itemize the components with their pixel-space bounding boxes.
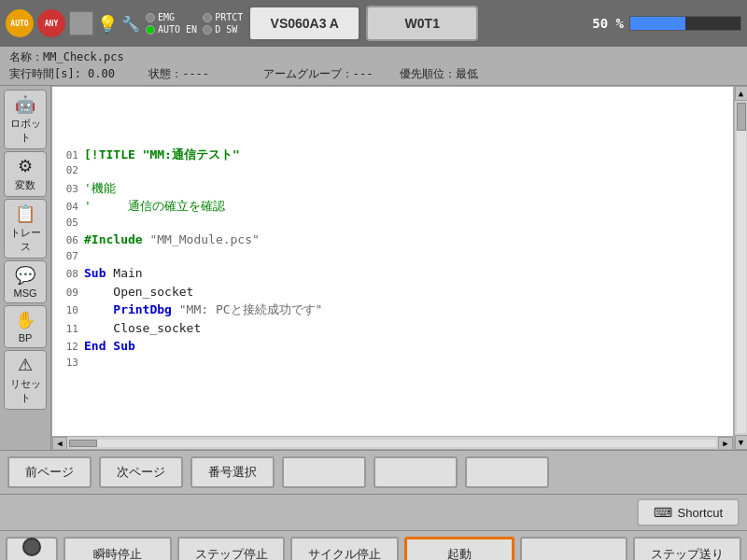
mode-icons: AUTO ANY 💡 🔧 (6, 9, 140, 37)
instant-stop-button[interactable]: 瞬時停止 (63, 537, 172, 560)
line-number: 02 (56, 163, 78, 179)
sidebar-item-msg[interactable]: 💬 MSG (4, 260, 47, 303)
line-text: Close_socket (84, 319, 201, 338)
line-text: PrintDbg "MM: PCと接続成功です" (84, 301, 322, 319)
toolbar1-btn5[interactable] (374, 456, 458, 488)
shortcut-bar: ⌨ Shortcut (0, 494, 747, 530)
exec-time: 実行時間[s]: 0.00 (9, 67, 115, 80)
stop-icon[interactable] (69, 11, 93, 35)
vertical-scrollbar[interactable]: ▲ ▼ (734, 86, 747, 450)
code-line: 11 Close_socket (56, 319, 729, 338)
line-number: 08 (56, 267, 78, 283)
sidebar-label-variables: 変数 (15, 178, 35, 192)
scroll-track[interactable] (69, 440, 716, 447)
tab-vs060a3[interactable]: VS060A3 A (248, 6, 360, 41)
info-row1: 名称：MM_Check.pcs (9, 49, 738, 65)
status: 状態：---- (148, 67, 209, 80)
sidebar-item-robot[interactable]: 🤖 ロボット (4, 90, 47, 149)
cycle-stop-button[interactable]: サイクル停止 (290, 537, 399, 560)
vscroll-thumb[interactable] (737, 103, 746, 131)
shortcut-button[interactable]: ⌨ Shortcut (637, 498, 740, 526)
progress-section: 50 % (592, 16, 741, 31)
shift-button[interactable]: SHIFT (6, 537, 58, 560)
code-line: 09 Open_socket (56, 283, 729, 301)
trace-icon: 📋 (15, 203, 35, 224)
robot-icon: 🤖 (15, 94, 35, 115)
next-page-button[interactable]: 次ページ (99, 456, 183, 488)
auto-icon[interactable]: AUTO (6, 9, 34, 37)
priority: 優先順位：最低 (400, 67, 478, 80)
sidebar-label-msg: MSG (13, 287, 36, 299)
sidebar-item-bp[interactable]: ✋ BP (4, 305, 47, 348)
vscroll-track[interactable] (737, 103, 746, 433)
signal-group2: PRTCT D SW (203, 12, 243, 35)
progress-label: 50 % (592, 16, 624, 31)
step-stop-button[interactable]: ステップ停止 (177, 537, 286, 560)
msg-icon: 💬 (15, 265, 35, 286)
code-line: 08Sub Main (56, 264, 729, 283)
file-name: 名称：MM_Check.pcs (9, 50, 124, 63)
line-text: [!TITLE "MM:通信テスト" (84, 146, 240, 164)
code-line: 05 (56, 216, 729, 231)
prev-page-button[interactable]: 前ページ (7, 456, 92, 488)
tab-wot1[interactable]: W0T1 (366, 6, 478, 41)
code-line: 07 (56, 249, 729, 265)
code-line: 03'機能 (56, 179, 729, 198)
code-line: 02 (56, 163, 729, 179)
prtct-dot (203, 13, 212, 22)
code-line: 12End Sub (56, 337, 729, 356)
line-text: #Include "MM_Module.pcs" (84, 231, 260, 249)
scroll-thumb[interactable] (69, 440, 97, 447)
shortcut-icon: ⌨ (654, 505, 672, 520)
code-editor[interactable]: 01[!TITLE "MM:通信テスト"0203'機能04' 通信の確立を確認0… (51, 86, 734, 450)
line-text: Sub Main (84, 264, 143, 283)
toolbar2-btn5[interactable] (520, 537, 628, 560)
sidebar-label-reset: リセット (7, 377, 44, 405)
dsw-indicator: D SW (203, 24, 243, 35)
line-number: 01 (56, 148, 78, 164)
emg-dot (146, 13, 155, 22)
line-text: Open_socket (84, 283, 193, 301)
bp-icon: ✋ (15, 310, 35, 330)
sidebar-label-bp: BP (19, 332, 33, 343)
scroll-right-arrow[interactable]: ▶ (718, 437, 733, 450)
step-send-button[interactable]: ステップ送り (633, 537, 741, 560)
top-bar: AUTO ANY 💡 🔧 EMG AUTO EN PRTCT D SW VS06… (0, 0, 747, 47)
toolbar1-btn4[interactable] (282, 456, 366, 488)
code-line: 13 (56, 356, 729, 371)
scroll-down-arrow[interactable]: ▼ (735, 435, 748, 450)
bottom-toolbar1: 前ページ 次ページ 番号選択 (0, 450, 747, 494)
shortcut-label: Shortcut (678, 506, 723, 520)
scroll-up-arrow[interactable]: ▲ (735, 86, 748, 101)
sidebar-item-trace[interactable]: 📋 トレース (4, 199, 47, 259)
code-content: 01[!TITLE "MM:通信テスト"0203'機能04' 通信の確立を確認0… (52, 91, 733, 371)
line-number: 10 (56, 303, 78, 319)
sidebar-label-robot: ロボット (7, 117, 44, 145)
horizontal-scrollbar[interactable]: ◀ ▶ (52, 436, 733, 449)
scroll-left-arrow[interactable]: ◀ (52, 437, 67, 450)
code-line: 06#Include "MM_Module.pcs" (56, 231, 729, 249)
any-icon[interactable]: ANY (37, 9, 65, 37)
line-number: 06 (56, 233, 78, 249)
line-text: End Sub (84, 337, 135, 356)
line-number: 05 (56, 216, 78, 231)
info-bar: 名称：MM_Check.pcs 実行時間[s]: 0.00 状態：---- アー… (0, 47, 747, 86)
sidebar-item-variables[interactable]: ⚙ 変数 (4, 151, 47, 197)
sidebar-label-trace: トレース (7, 226, 44, 254)
main-layout: 🤖 ロボット ⚙ 変数 📋 トレース 💬 MSG ✋ BP ⚠ リセット 01[… (0, 86, 747, 450)
start-button[interactable]: 起動 (404, 537, 514, 560)
sidebar: 🤖 ロボット ⚙ 変数 📋 トレース 💬 MSG ✋ BP ⚠ リセット (0, 86, 51, 450)
shift-circle (22, 538, 41, 556)
emg-indicator: EMG (146, 12, 197, 22)
line-number: 04 (56, 200, 78, 216)
prtct-indicator: PRTCT (203, 12, 243, 22)
number-select-button[interactable]: 番号選択 (190, 456, 275, 488)
progress-fill (630, 17, 685, 30)
signal-group: EMG AUTO EN (146, 12, 197, 35)
line-number: 13 (56, 356, 78, 371)
code-line: 10 PrintDbg "MM: PCと接続成功です" (56, 301, 729, 319)
line-number: 07 (56, 249, 78, 265)
progress-bar (629, 16, 741, 31)
sidebar-item-reset[interactable]: ⚠ リセット (4, 350, 47, 410)
toolbar1-btn6[interactable] (465, 456, 549, 488)
